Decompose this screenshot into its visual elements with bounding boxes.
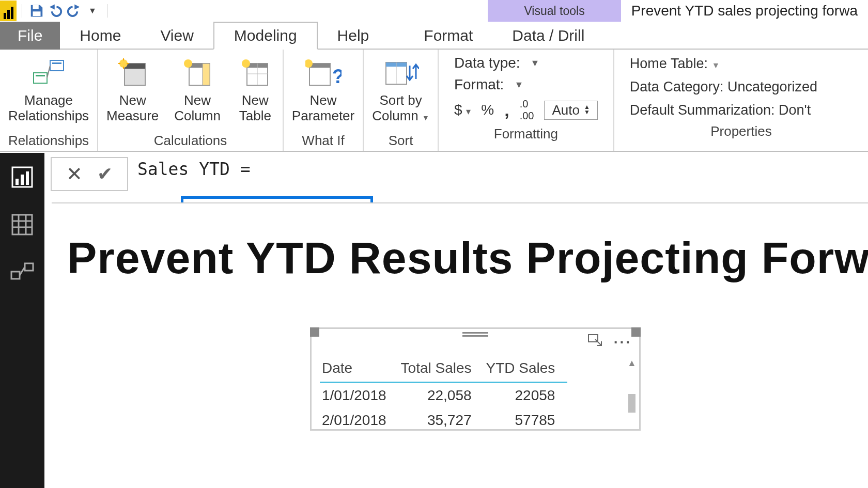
home-table-dropdown[interactable]: Home Table: ▼	[630, 56, 853, 72]
group-label: Relationships	[5, 131, 92, 150]
scrollbar[interactable]: ▲	[627, 358, 637, 427]
tab-home[interactable]: Home	[60, 22, 141, 50]
group-calculations: New Measure New Column New Table Calcula…	[98, 50, 284, 151]
measure-icon	[114, 55, 152, 91]
document-title: Prevent YTD sales projecting forwa	[621, 3, 868, 19]
drag-handle[interactable]	[462, 332, 488, 337]
save-button[interactable]	[27, 2, 46, 20]
svg-rect-34	[12, 215, 32, 234]
group-whatif: ? New Parameter What If	[284, 50, 364, 151]
label: New Parameter	[292, 93, 354, 124]
svg-rect-24	[309, 64, 330, 68]
tab-file[interactable]: File	[0, 22, 60, 50]
more-options-icon[interactable]: ···	[614, 334, 632, 351]
relationships-icon	[29, 55, 68, 91]
manage-relationships-button[interactable]: Manage Relationships	[5, 53, 92, 126]
redo-button[interactable]	[65, 2, 83, 20]
svg-rect-6	[52, 62, 61, 64]
cancel-formula-button[interactable]: ✕	[66, 163, 83, 185]
label: Sort by Column ▼	[372, 93, 429, 124]
svg-rect-16	[203, 64, 210, 85]
group-label: Calculations	[103, 131, 277, 150]
sort-icon	[382, 55, 420, 91]
undo-button[interactable]	[46, 2, 65, 20]
focus-mode-icon[interactable]	[588, 334, 603, 351]
svg-rect-39	[11, 272, 20, 279]
group-label: Formatting	[444, 124, 608, 143]
svg-text:?: ?	[332, 66, 342, 87]
svg-point-9	[119, 59, 128, 68]
label: New Table	[239, 93, 271, 124]
tab-modeling[interactable]: Modeling	[213, 22, 318, 50]
tab-format[interactable]: Format	[404, 22, 492, 50]
parameter-icon: ?	[304, 55, 343, 91]
view-switcher	[0, 153, 44, 488]
new-column-button[interactable]: New Column	[171, 53, 224, 126]
new-table-button[interactable]: New Table	[233, 53, 277, 126]
separator	[107, 4, 107, 18]
decimal-places-icon: .0.00	[520, 98, 534, 122]
label: New Measure	[106, 93, 159, 124]
col-header-ytd[interactable]: YTD Sales	[484, 357, 568, 383]
resize-handle[interactable]	[631, 327, 641, 337]
report-view-button[interactable]	[10, 165, 34, 189]
table-row[interactable]: 1/01/201822,05822058	[320, 383, 567, 408]
tab-help[interactable]: Help	[318, 22, 389, 50]
svg-rect-0	[33, 5, 39, 9]
default-summarization-dropdown[interactable]: Default Summarization: Don't	[630, 102, 853, 118]
label: Manage Relationships	[8, 93, 89, 124]
ribbon: Manage Relationships Relationships New M…	[0, 49, 868, 152]
percent-button[interactable]: %	[481, 102, 494, 118]
svg-rect-1	[33, 11, 41, 16]
chevron-down-icon: ▼	[531, 58, 540, 69]
svg-rect-31	[16, 179, 19, 185]
new-parameter-button[interactable]: ? New Parameter	[289, 53, 358, 126]
group-label: What If	[289, 131, 358, 150]
group-label: Sort	[369, 131, 432, 150]
svg-rect-8	[125, 64, 145, 69]
data-view-button[interactable]	[10, 213, 34, 237]
data-category-dropdown[interactable]: Data Category: Uncategorized	[630, 79, 853, 95]
group-properties: Home Table: ▼ Data Category: Uncategoriz…	[614, 50, 868, 151]
currency-button[interactable]: $ ▾	[454, 102, 471, 118]
col-header-date[interactable]: Date	[320, 357, 399, 383]
column-icon	[178, 55, 216, 91]
data-type-dropdown[interactable]: Data type: ▼	[454, 55, 598, 71]
new-measure-button[interactable]: New Measure	[103, 53, 162, 126]
sort-by-column-button[interactable]: Sort by Column ▼	[369, 53, 432, 126]
chevron-down-icon: ▼	[514, 80, 523, 90]
svg-point-22	[242, 59, 250, 68]
table-visual[interactable]: ··· Date Total Sales YTD Sales 1/01/2018…	[310, 327, 641, 431]
thousand-separator-button[interactable]: ,	[504, 100, 509, 120]
col-header-total[interactable]: Total Sales	[399, 357, 484, 383]
tab-data-drill[interactable]: Data / Drill	[492, 22, 604, 50]
tab-view[interactable]: View	[141, 22, 213, 50]
separator	[22, 4, 22, 18]
group-relationships: Manage Relationships Relationships	[0, 50, 98, 151]
svg-point-17	[184, 59, 192, 68]
label: New Column	[174, 93, 221, 124]
svg-rect-32	[21, 175, 24, 185]
table-row[interactable]: 2/01/201835,72757785	[320, 408, 567, 433]
data-table: Date Total Sales YTD Sales 1/01/201822,0…	[320, 357, 567, 433]
scroll-thumb[interactable]	[628, 394, 636, 413]
group-sort: Sort by Column ▼ Sort	[364, 50, 439, 151]
group-label: Properties	[619, 121, 863, 140]
formula-text-line1[interactable]: Sales YTD =	[128, 157, 258, 179]
resize-handle[interactable]	[310, 327, 319, 337]
title-bar: ▼ Visual tools Prevent YTD sales project…	[0, 0, 868, 22]
scroll-up-icon[interactable]: ▲	[627, 358, 637, 369]
svg-rect-5	[36, 75, 45, 76]
decimal-places-input[interactable]: Auto▲▼	[544, 101, 597, 120]
group-formatting: Data type: ▼ Format: ▼ $ ▾ % , .0.00 Aut…	[439, 50, 614, 151]
svg-rect-40	[25, 263, 33, 271]
model-view-button[interactable]	[10, 260, 34, 284]
format-dropdown[interactable]: Format: ▼	[454, 76, 598, 93]
svg-line-4	[47, 66, 50, 78]
svg-rect-3	[50, 60, 64, 71]
qat-dropdown[interactable]: ▼	[83, 2, 102, 20]
table-icon	[236, 55, 274, 91]
commit-formula-button[interactable]: ✔	[97, 163, 113, 185]
report-canvas[interactable]: Prevent YTD Results Projecting Forw ··· …	[52, 202, 868, 488]
app-icon	[0, 1, 17, 21]
